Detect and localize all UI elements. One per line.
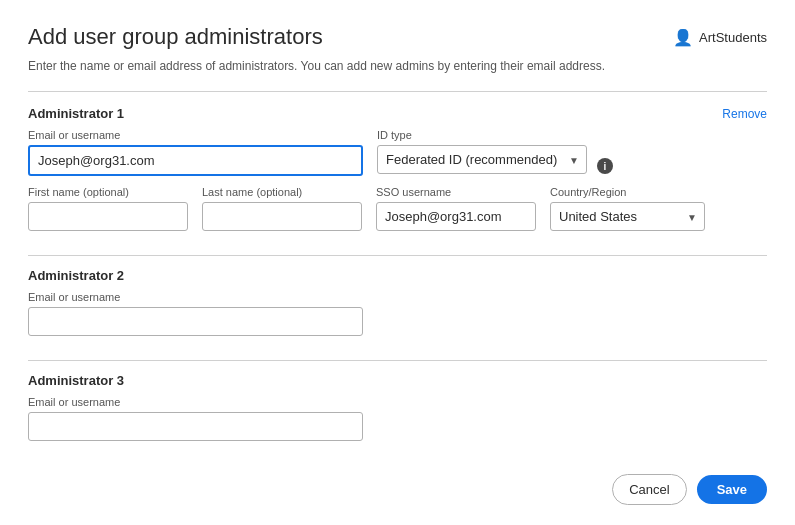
admin3-email-group: Email or username [28,396,767,441]
admin1-sso-input[interactable] [376,202,536,231]
admin1-firstname-group: First name (optional) [28,186,188,231]
admin1-header: Administrator 1 Remove [28,106,767,121]
admin1-remove-link[interactable]: Remove [722,107,767,121]
admin1-country-select[interactable]: United States Canada United Kingdom Aust… [550,202,705,231]
admin1-divider [28,255,767,256]
admin3-email-input[interactable] [28,412,363,441]
admin1-row2: First name (optional) Last name (optiona… [28,186,767,231]
save-button[interactable]: Save [697,475,767,504]
admin2-email-label: Email or username [28,291,767,303]
footer-actions: Cancel Save [612,474,767,505]
admin1-lastname-group: Last name (optional) [202,186,362,231]
admin1-idtype-group: ID type Federated ID (recommended) Enter… [377,129,613,176]
admin3-email-label: Email or username [28,396,767,408]
admin1-sso-group: SSO username [376,186,536,231]
admin1-email-group: Email or username [28,129,363,176]
admin1-firstname-input[interactable] [28,202,188,231]
admin2-email-group: Email or username [28,291,767,336]
admin3-title: Administrator 3 [28,373,124,388]
user-info: 👤 ArtStudents [673,28,767,47]
admin1-email-input[interactable] [28,145,363,176]
admin1-title: Administrator 1 [28,106,124,121]
user-name: ArtStudents [699,30,767,45]
admin1-idtype-select[interactable]: Federated ID (recommended) Enterprise ID… [377,145,587,174]
admin1-idtype-wrapper: Federated ID (recommended) Enterprise ID… [377,145,587,174]
cancel-button[interactable]: Cancel [612,474,686,505]
header-divider [28,91,767,92]
user-icon: 👤 [673,28,693,47]
admin2-section: Administrator 2 Email or username [28,268,767,336]
admin2-email-input[interactable] [28,307,363,336]
admin1-row1: Email or username ID type Federated ID (… [28,129,767,176]
idtype-info-icon[interactable]: i [597,158,613,174]
admin1-lastname-input[interactable] [202,202,362,231]
admin1-lastname-label: Last name (optional) [202,186,362,198]
admin1-email-label: Email or username [28,129,363,141]
main-page: Add user group administrators 👤 ArtStude… [0,0,795,525]
admin1-idtype-label: ID type [377,129,613,141]
admin1-idtype-row: Federated ID (recommended) Enterprise ID… [377,145,613,174]
page-subtitle: Enter the name or email address of admin… [28,58,767,75]
admin1-section: Administrator 1 Remove Email or username… [28,106,767,231]
admin3-section: Administrator 3 Email or username [28,373,767,441]
admin1-firstname-label: First name (optional) [28,186,188,198]
admin2-title: Administrator 2 [28,268,124,283]
admin2-divider [28,360,767,361]
admin1-country-wrapper: United States Canada United Kingdom Aust… [550,202,705,231]
admin2-header: Administrator 2 [28,268,767,283]
admin1-country-label: Country/Region [550,186,705,198]
page-header: Add user group administrators 👤 ArtStude… [28,24,767,50]
page-title: Add user group administrators [28,24,323,50]
admin1-country-group: Country/Region United States Canada Unit… [550,186,705,231]
admin1-sso-label: SSO username [376,186,536,198]
admin3-header: Administrator 3 [28,373,767,388]
